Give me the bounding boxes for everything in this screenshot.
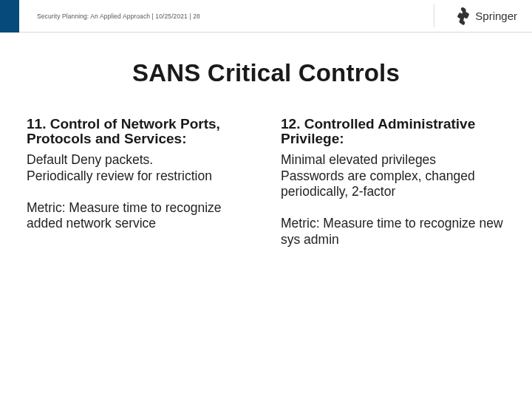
control-11-line1: Default Deny packets.	[27, 152, 251, 168]
control-11-metric: Metric: Measure time to recognize added …	[27, 200, 251, 232]
slide-header: Security Planning: An Applied Approach |…	[0, 0, 532, 33]
slide: Security Planning: An Applied Approach |…	[0, 0, 532, 399]
content-columns: 11. Control of Network Ports, Protocols …	[0, 87, 532, 248]
control-12-metric: Metric: Measure time to recognize new sy…	[281, 216, 505, 248]
control-12-line2: Passwords are complex, changed periodica…	[281, 168, 505, 200]
control-12-line1: Minimal elevated privileges	[281, 152, 505, 168]
control-12-body: Minimal elevated privileges Passwords ar…	[281, 152, 505, 248]
slide-title: SANS Critical Controls	[0, 59, 532, 87]
divider	[434, 4, 434, 27]
control-11-heading: 11. Control of Network Ports, Protocols …	[27, 117, 251, 146]
springer-horse-icon	[454, 7, 471, 26]
control-12-heading: 12. Controlled Administrative Privilege:	[281, 117, 505, 146]
breadcrumb: Security Planning: An Applied Approach |…	[37, 13, 200, 20]
control-11-body: Default Deny packets. Periodically revie…	[27, 152, 251, 231]
control-11-line2: Periodically review for restriction	[27, 168, 251, 184]
right-column: 12. Controlled Administrative Privilege:…	[281, 117, 505, 248]
publisher-brand: Springer	[444, 7, 517, 26]
publisher-name: Springer	[475, 10, 517, 22]
left-column: 11. Control of Network Ports, Protocols …	[27, 117, 251, 248]
accent-tab	[0, 0, 19, 33]
